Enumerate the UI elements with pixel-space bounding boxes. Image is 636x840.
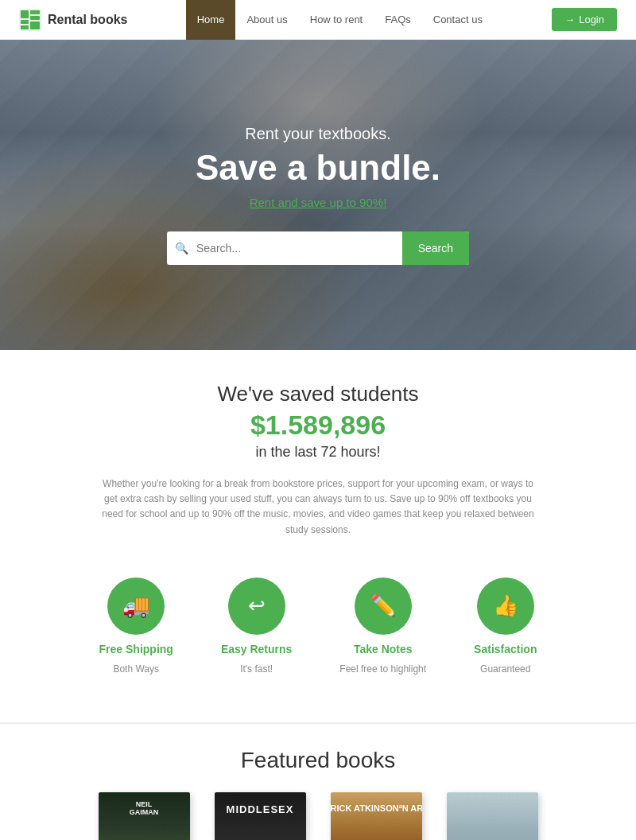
hero-link[interactable]: Rent and save up to 90%! [167,196,469,209]
truck-icon: 🚚 [122,593,150,619]
books-grid: American Godsby Neil Gaiman Middlesex: A… [92,792,544,840]
svg-rect-3 [30,16,40,20]
book-card-middlesex[interactable]: Middlesex: A Novelby Jeffrey Eugenides [208,792,312,840]
notes-subtitle: Feel free to highlight [339,663,426,675]
login-button[interactable]: → Login [552,8,617,31]
return-icon: ↩ [248,593,266,618]
search-icon: 🔍 [167,242,196,255]
hero-content: Rent your textbooks. Save a bundle. Rent… [167,125,469,265]
nav-item-faqs[interactable]: FAQs [374,0,422,40]
book-cover-army [331,792,422,840]
login-arrow-icon: → [564,14,575,25]
nav-item-contact[interactable]: Contact us [422,0,494,40]
pencil-icon: ✏️ [370,593,396,618]
feature-returns: ↩ Easy Returns It's fast! [221,578,292,675]
hero-section: Rent your textbooks. Save a bundle. Rent… [0,40,636,350]
satisfaction-title: Satisfaction [474,643,537,655]
book-cover-american-gods [99,792,190,840]
shipping-title: Free Shipping [99,643,173,655]
feature-shipping: 🚚 Free Shipping Both Ways [99,578,173,675]
savings-title: We've saved students [16,382,620,406]
features-row: 🚚 Free Shipping Both Ways ↩ Easy Returns… [16,562,620,706]
svg-rect-5 [21,25,29,29]
savings-section: We've saved students $1.589,896 in the l… [0,350,636,723]
feature-notes: ✏️ Take Notes Feel free to highlight [339,578,426,675]
shipping-icon-circle: 🚚 [107,578,165,635]
satisfaction-icon-circle: 👍 [477,578,534,635]
returns-icon-circle: ↩ [228,578,285,635]
book-card-american-gods[interactable]: American Godsby Neil Gaiman [92,792,196,840]
books-carousel: ‹ American Godsby Neil Gaiman Middlesex:… [16,792,620,840]
notes-title: Take Notes [354,643,413,655]
logo: Rental books [19,9,127,31]
featured-title: Featured books [16,748,620,773]
featured-section: Featured books ‹ American Godsby Neil Ga… [0,723,636,840]
feature-satisfaction: 👍 Satisfaction Guaranteed [474,578,537,675]
nav-item-home[interactable]: Home [186,0,236,40]
hero-search-bar: 🔍 Search [167,231,469,265]
logo-icon [19,9,41,31]
hero-title: Save a bundle. [167,148,469,188]
svg-rect-2 [30,10,40,14]
search-input[interactable] [196,242,402,255]
returns-title: Easy Returns [221,643,292,655]
thumbsup-icon: 👍 [493,593,518,618]
savings-description: Whether you're looking for a break from … [95,476,541,538]
book-card-gilead[interactable]: Gilead- A Novelby Marilynne Robinson [440,792,544,840]
book-card-army[interactable]: An Army at Dawneby Rick Atkinson 1 [324,792,428,840]
search-button[interactable]: Search [402,231,469,265]
login-label: Login [579,14,604,25]
book-cover-middlesex [215,792,306,840]
savings-amount: $1.589,896 [16,410,620,441]
book-cover-gilead [447,792,538,840]
brand-name: Rental books [48,13,127,27]
navbar: Rental books Home About us How to rent F… [0,0,636,40]
nav-item-about[interactable]: About us [235,0,298,40]
nav-links: Home About us How to rent FAQs Contact u… [186,0,494,40]
satisfaction-subtitle: Guaranteed [480,663,530,675]
shipping-subtitle: Both Ways [113,663,159,675]
svg-rect-6 [30,21,40,29]
returns-subtitle: It's fast! [240,663,273,675]
notes-icon-circle: ✏️ [355,578,412,635]
nav-item-how[interactable]: How to rent [299,0,374,40]
svg-rect-1 [21,10,29,18]
svg-rect-4 [21,20,29,24]
savings-subtitle: in the last 72 hours! [16,444,620,461]
hero-subtitle: Rent your textbooks. [167,125,469,143]
